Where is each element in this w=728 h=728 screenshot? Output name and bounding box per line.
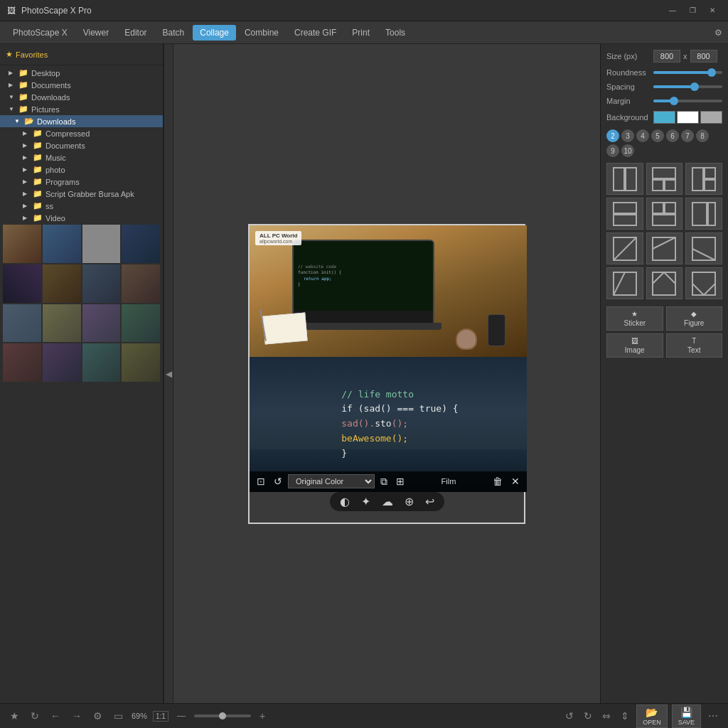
thumbnail-7[interactable] <box>82 264 121 303</box>
bg-color-swatch-3[interactable] <box>700 111 722 124</box>
thumbnail-2[interactable] <box>43 225 81 263</box>
num-circle-5[interactable]: 5 <box>651 129 664 142</box>
settings-button[interactable]: ⚙ <box>90 709 105 723</box>
num-circle-8[interactable]: 8 <box>696 129 709 142</box>
tree-downloads[interactable]: ▼ 📁 Downloads <box>0 91 163 103</box>
num-circle-6[interactable]: 6 <box>666 129 679 142</box>
layout-option-4[interactable] <box>606 198 643 230</box>
menu-create-gif[interactable]: Create GIF <box>287 25 343 41</box>
more-button[interactable]: ⋯ <box>705 709 721 723</box>
tree-music[interactable]: ▶ 📁 Music <box>0 151 163 164</box>
thumbnail-10[interactable] <box>43 304 81 343</box>
restore-button[interactable]: ❐ <box>684 4 701 17</box>
layout-option-11[interactable] <box>646 267 683 299</box>
thumbnail-3[interactable] <box>82 225 121 263</box>
tree-compressed[interactable]: ▶ 📁 Compressed <box>0 127 163 139</box>
margin-slider[interactable] <box>653 100 722 102</box>
close-icon[interactable]: ✕ <box>508 474 523 488</box>
zoom-slider[interactable] <box>194 714 251 717</box>
tree-script-grabber[interactable]: ▶ 📁 Script Grabber Bursa Apk <box>0 188 163 200</box>
menu-print[interactable]: Print <box>345 25 377 41</box>
image-button[interactable]: 🖼 Image <box>606 333 663 358</box>
num-circle-3[interactable]: 3 <box>621 129 634 142</box>
adjust-icon[interactable]: ⊕ <box>405 495 414 508</box>
crop-icon[interactable]: ⊡ <box>254 474 268 488</box>
zoom-1to1[interactable]: 1:1 <box>153 711 168 722</box>
close-button[interactable]: ✕ <box>704 4 721 17</box>
thumbnail-5[interactable] <box>3 264 41 303</box>
tree-downloads-subfolder[interactable]: ▼ 📂 Downloads <box>0 115 163 127</box>
thumbnail-13[interactable] <box>3 343 41 382</box>
thumbnail-15[interactable] <box>82 343 121 382</box>
thumbnail-12[interactable] <box>122 304 160 343</box>
num-circle-7[interactable]: 7 <box>681 129 694 142</box>
rotate-right-icon[interactable]: ↻ <box>581 709 595 723</box>
tree-desktop[interactable]: ▶ 📁 Desktop <box>0 67 163 79</box>
layout-option-10[interactable] <box>606 267 643 299</box>
delete-icon[interactable]: 🗑 <box>490 474 505 488</box>
flip-h-icon[interactable]: ⇔ <box>599 709 614 723</box>
spacing-slider[interactable] <box>653 85 722 88</box>
menu-combine[interactable]: Combine <box>237 25 286 41</box>
star-button[interactable]: ★ <box>7 709 22 723</box>
settings-icon[interactable]: ⚙ <box>714 28 722 38</box>
sticker-button[interactable]: ★ Sticker <box>606 306 663 331</box>
save-button[interactable]: 💾 SAVE <box>672 705 701 728</box>
tree-ss[interactable]: ▶ 📁 ss <box>0 200 163 212</box>
undo-icon[interactable]: ↩ <box>425 495 434 508</box>
bg-color-swatch-1[interactable] <box>653 111 675 124</box>
layout-option-3[interactable] <box>685 163 722 195</box>
layout-option-9[interactable] <box>685 232 722 264</box>
cloud-icon[interactable]: ☁ <box>382 495 393 508</box>
grid-icon[interactable]: ⊞ <box>393 474 407 488</box>
menu-tools[interactable]: Tools <box>378 25 412 41</box>
menu-batch[interactable]: Batch <box>156 25 192 41</box>
tree-programs[interactable]: ▶ 📁 Programs <box>0 176 163 188</box>
tree-documents2[interactable]: ▶ 📁 Documents <box>0 139 163 151</box>
color-filter-select[interactable]: Original Color <box>288 474 375 488</box>
layout-option-5[interactable] <box>646 198 683 230</box>
menu-collage[interactable]: Collage <box>193 25 236 41</box>
menu-editor[interactable]: Editor <box>117 25 154 41</box>
zoom-in-icon[interactable]: + <box>257 709 268 723</box>
reset-icon[interactable]: ↺ <box>271 474 285 488</box>
back-button[interactable]: ← <box>48 709 63 723</box>
layout-option-8[interactable] <box>646 232 683 264</box>
thumbnail-11[interactable] <box>82 304 121 343</box>
layout-option-7[interactable] <box>606 232 643 264</box>
tree-pictures[interactable]: ▼ 📁 Pictures <box>0 103 163 115</box>
thumbnail-9[interactable] <box>3 304 41 343</box>
brightness-icon[interactable]: ◐ <box>340 495 350 508</box>
num-circle-9[interactable]: 9 <box>606 144 619 157</box>
figure-button[interactable]: ◆ Figure <box>666 306 723 331</box>
num-circle-2[interactable]: 2 <box>606 129 619 142</box>
forward-button[interactable]: → <box>69 709 85 723</box>
rotate-left-icon[interactable]: ↺ <box>562 709 577 723</box>
tree-documents[interactable]: ▶ 📁 Documents <box>0 79 163 91</box>
thumbnail-14[interactable] <box>43 343 81 382</box>
num-circle-10[interactable]: 10 <box>621 144 634 157</box>
roundness-slider[interactable] <box>653 71 722 74</box>
text-button[interactable]: T Text <box>666 333 723 358</box>
thumbnail-8[interactable] <box>122 264 160 303</box>
flip-v-icon[interactable]: ⇕ <box>618 709 632 723</box>
zoom-out-icon[interactable]: — <box>174 710 188 722</box>
sharpen-icon[interactable]: ✦ <box>361 495 370 508</box>
menu-photoscape-x[interactable]: PhotoScape X <box>6 25 75 41</box>
canvas-top-image[interactable]: // website code function init() { return… <box>250 225 527 357</box>
layout-option-2[interactable] <box>646 163 683 195</box>
menu-viewer[interactable]: Viewer <box>76 25 116 41</box>
refresh-button[interactable]: ↻ <box>28 709 42 723</box>
minimize-button[interactable]: — <box>664 4 681 17</box>
canvas-bottom-image[interactable]: // life motto if (sad() === true) { sad(… <box>250 357 527 492</box>
view-button[interactable]: ▭ <box>111 709 126 723</box>
thumbnail-6[interactable] <box>43 264 81 303</box>
thumbnail-16[interactable] <box>122 343 160 382</box>
sidebar-toggle[interactable]: ◀ <box>164 44 173 703</box>
layout-option-1[interactable] <box>606 163 643 195</box>
open-button[interactable]: 📂 OPEN <box>636 705 668 728</box>
thumbnail-4[interactable] <box>122 225 160 263</box>
width-input[interactable] <box>653 50 680 63</box>
bg-color-swatch-2[interactable] <box>677 111 699 124</box>
layout-option-12[interactable] <box>685 267 722 299</box>
